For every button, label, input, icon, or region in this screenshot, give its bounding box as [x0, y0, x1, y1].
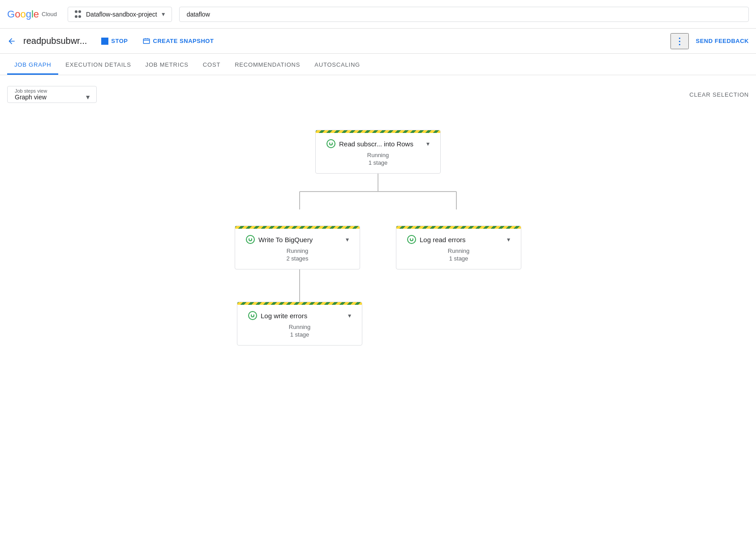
main-content: Job steps view Graph view ▼ CLEAR SELECT… — [0, 75, 756, 365]
node-title: Write To BigQuery — [258, 236, 342, 243]
tab-job-metrics[interactable]: JOB METRICS — [138, 56, 196, 75]
tab-job-graph[interactable]: JOB GRAPH — [7, 56, 58, 75]
node-read-subscr[interactable]: Read subscr... into Rows ▾ Running 1 sta… — [315, 130, 441, 174]
more-options-button[interactable]: ⋮ — [670, 33, 689, 49]
tab-autoscaling[interactable]: AUTOSCALING — [307, 56, 367, 75]
create-snapshot-button[interactable]: CREATE SNAPSHOT — [139, 34, 218, 48]
view-selector-label: Job steps view — [15, 88, 91, 94]
node-title: Read subscr... into Rows — [339, 140, 423, 148]
project-icon — [73, 10, 82, 19]
job-title: readpubsubwr... — [23, 36, 87, 46]
top-nav: Google Cloud Dataflow-sandbox-project ▼ — [0, 0, 756, 29]
tab-recommendations[interactable]: RECOMMENDATIONS — [228, 56, 307, 75]
node-title: Log read errors — [420, 236, 503, 243]
node-stages: 1 stage — [407, 255, 510, 262]
view-selector[interactable]: Job steps view Graph view ▼ — [7, 86, 97, 103]
tabs-bar: JOB GRAPH EXECUTION DETAILS JOB METRICS … — [0, 54, 756, 75]
node-status: Running — [326, 152, 430, 158]
node-status: Running — [248, 324, 351, 330]
view-selector-arrow: ▼ — [85, 94, 91, 101]
node-status: Running — [246, 248, 349, 254]
running-icon — [246, 235, 255, 244]
project-selector[interactable]: Dataflow-sandbox-project ▼ — [68, 7, 172, 22]
chevron-down-icon: ▾ — [348, 312, 351, 319]
project-dropdown-arrow: ▼ — [161, 11, 166, 17]
view-controls: Job steps view Graph view ▼ CLEAR SELECT… — [7, 86, 749, 103]
chevron-down-icon: ▾ — [507, 236, 510, 243]
second-bar: readpubsubwr... STOP CREATE SNAPSHOT ⋮ S… — [0, 29, 756, 54]
clear-selection-button[interactable]: CLEAR SELECTION — [689, 91, 749, 98]
stop-icon — [101, 38, 108, 45]
node-stages: 1 stage — [248, 331, 351, 338]
stop-button[interactable]: STOP — [98, 35, 131, 47]
node-log-read-errors[interactable]: Log read errors ▾ Running 1 stage — [396, 226, 521, 269]
node-log-write-errors[interactable]: Log write errors ▾ Running 1 stage — [237, 302, 362, 346]
graph-area: Read subscr... into Rows ▾ Running 1 sta… — [221, 121, 535, 354]
google-cloud-logo: Google Cloud — [7, 9, 57, 20]
svg-rect-0 — [143, 38, 150, 43]
view-selector-value: Graph view — [15, 94, 47, 101]
tab-execution-details[interactable]: EXECUTION DETAILS — [58, 56, 138, 75]
running-icon — [326, 139, 335, 148]
node-status: Running — [407, 248, 510, 254]
connector-svg — [221, 174, 535, 227]
project-name: Dataflow-sandbox-project — [86, 11, 157, 18]
chevron-down-icon: ▾ — [346, 236, 349, 243]
back-button[interactable] — [7, 37, 16, 46]
tab-cost[interactable]: COST — [196, 56, 228, 75]
running-icon — [248, 311, 257, 320]
chevron-down-icon: ▾ — [426, 140, 430, 147]
cloud-label: Cloud — [42, 11, 57, 17]
connector-svg-2 — [221, 268, 535, 303]
node-title: Log write errors — [261, 312, 344, 320]
search-input[interactable] — [179, 7, 749, 22]
graph-wrapper: Read subscr... into Rows ▾ Running 1 sta… — [7, 121, 749, 354]
middle-row-nodes: Write To BigQuery ▾ Running 2 stages Log… — [235, 226, 521, 269]
running-icon — [407, 235, 416, 244]
node-stages: 1 stage — [326, 159, 430, 166]
snapshot-icon — [142, 37, 150, 45]
node-write-bigquery[interactable]: Write To BigQuery ▾ Running 2 stages — [235, 226, 360, 269]
send-feedback-button[interactable]: SEND FEEDBACK — [696, 38, 749, 44]
node-stages: 2 stages — [246, 255, 349, 262]
